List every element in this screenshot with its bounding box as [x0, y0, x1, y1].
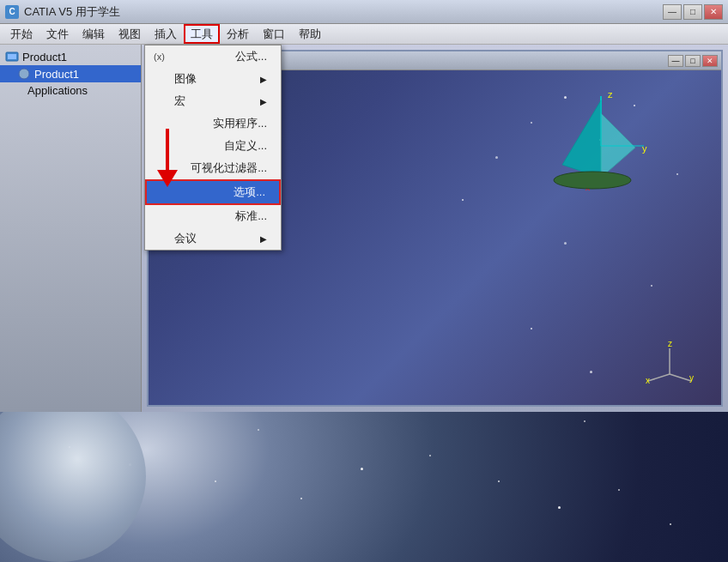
minimize-button[interactable]: —	[663, 4, 682, 20]
tree-product-label: Product1	[34, 68, 79, 81]
menu-options-item[interactable]: 选项...	[145, 179, 281, 205]
options-label: 选项...	[234, 184, 265, 200]
svg-text:z: z	[608, 89, 613, 100]
vizfilter-label: 可视化过滤器...	[191, 160, 267, 176]
svg-line-16	[648, 374, 670, 381]
menu-start[interactable]: 开始	[3, 24, 39, 44]
menu-analyze[interactable]: 分析	[220, 24, 256, 44]
close-button[interactable]: ✕	[704, 4, 723, 20]
title-bar: C CATIA V5 用于学生 — □ ✕	[0, 0, 728, 24]
conference-submenu-arrow: ▶	[260, 234, 267, 244]
tree-product-item[interactable]: Product1	[0, 65, 141, 82]
menu-conference-item[interactable]: 会议 ▶	[145, 227, 281, 250]
menu-image-item[interactable]: 图像 ▶	[145, 68, 281, 90]
tree-root-icon	[5, 50, 19, 63]
menu-edit[interactable]: 编辑	[76, 24, 112, 44]
menu-insert[interactable]: 插入	[148, 24, 184, 44]
image-label: 图像	[174, 71, 197, 87]
utilities-label: 实用程序...	[213, 116, 267, 131]
menu-view[interactable]: 视图	[112, 24, 148, 44]
inner-window-controls: — □ ✕	[668, 55, 718, 67]
menu-macro-item[interactable]: 宏 ▶	[145, 90, 281, 112]
menu-file[interactable]: 文件	[39, 24, 76, 44]
inner-close-btn[interactable]: ✕	[702, 55, 718, 67]
menu-tools[interactable]: 工具	[184, 24, 220, 44]
left-panel: Product1 Product1 Applications	[0, 45, 142, 412]
menu-help[interactable]: 帮助	[292, 24, 328, 44]
formula-label: 公式...	[235, 49, 267, 64]
inner-minimize-btn[interactable]: —	[668, 55, 683, 67]
inner-maximize-btn[interactable]: □	[685, 55, 701, 67]
svg-text:x: x	[646, 376, 650, 385]
tree-root-label: Product1	[22, 51, 67, 63]
macro-label: 宏	[174, 94, 185, 109]
menu-standards-item[interactable]: 标准...	[145, 205, 281, 227]
svg-rect-1	[8, 54, 16, 59]
window-controls: — □ ✕	[663, 4, 723, 20]
menu-utilities-item[interactable]: 实用程序...	[145, 112, 281, 135]
coordinate-axes: z y x	[644, 338, 695, 388]
svg-point-2	[19, 69, 29, 79]
svg-point-10	[554, 172, 631, 189]
svg-line-15	[670, 374, 691, 381]
svg-text:y: y	[642, 143, 647, 154]
svg-text:z: z	[668, 339, 672, 348]
menu-formula-item[interactable]: (x) 公式...	[145, 45, 281, 68]
app-title: CATIA V5 用于学生	[24, 4, 663, 20]
macro-submenu-arrow: ▶	[260, 97, 267, 106]
menu-window[interactable]: 窗口	[256, 24, 292, 44]
app-body: Product1 Product1 Applications Product1 …	[0, 45, 728, 412]
tree-product-icon	[17, 67, 31, 81]
image-submenu-arrow: ▶	[260, 75, 267, 84]
svg-text:y: y	[689, 373, 694, 383]
menu-vizfilter-item[interactable]: 可视化过滤器...	[145, 157, 281, 179]
menu-bar: 开始 文件 编辑 视图 插入 工具 分析 窗口 帮助	[0, 24, 728, 45]
tree-applications-label: Applications	[27, 84, 88, 97]
svg-marker-8	[562, 100, 601, 178]
maximize-button[interactable]: □	[683, 4, 702, 20]
menu-customize-item[interactable]: 自定义...	[145, 135, 281, 157]
standards-label: 标准...	[235, 208, 267, 224]
tools-dropdown-menu: (x) 公式... 图像 ▶ 宏 ▶ 实用程序... 自定义... 可视化过滤器…	[144, 45, 282, 251]
tree-root-item[interactable]: Product1	[0, 48, 141, 65]
conference-label: 会议	[174, 231, 197, 246]
main-app-window: C CATIA V5 用于学生 — □ ✕ 开始 文件 编辑 视图 插入 工具 …	[0, 0, 728, 412]
tree-applications-item[interactable]: Applications	[0, 82, 141, 99]
sailboat-3d-model: z y x	[549, 88, 652, 219]
customize-label: 自定义...	[224, 138, 267, 154]
formula-icon: (x)	[154, 51, 167, 62]
app-icon: C	[5, 5, 19, 19]
